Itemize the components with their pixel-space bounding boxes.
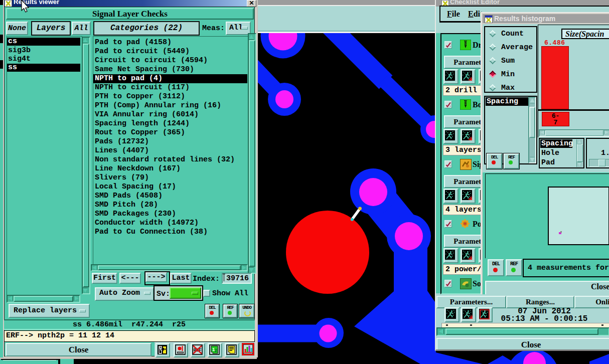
svg-text:2: 2 bbox=[215, 348, 217, 353]
